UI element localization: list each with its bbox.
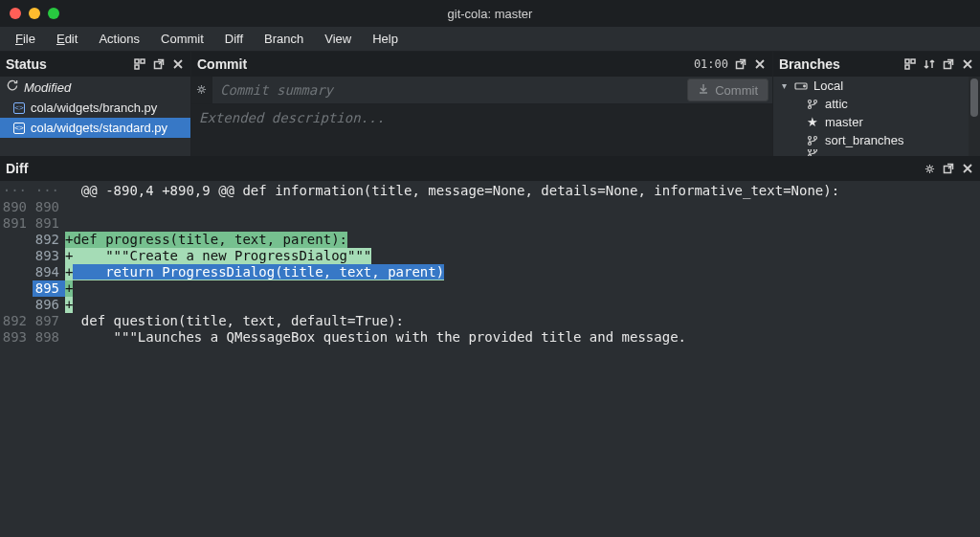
svg-rect-1 (141, 59, 145, 63)
menu-file[interactable]: File (6, 29, 45, 49)
svg-point-5 (200, 87, 204, 91)
branches-tree[interactable]: ▾ Local attic ★ master sort_bra (773, 77, 980, 156)
commit-summary-input[interactable] (212, 77, 683, 103)
branch-name: attic (825, 97, 848, 111)
status-section-label: Modified (24, 80, 71, 95)
refresh-icon (6, 79, 18, 95)
svg-point-14 (814, 100, 817, 102)
diff-title: Diff (6, 161, 919, 176)
status-item[interactable]: <> cola/widgets/standard.py (0, 118, 190, 138)
diff-titlebar[interactable]: Diff (0, 156, 980, 181)
scrollbar-thumb[interactable] (970, 78, 978, 117)
close-icon[interactable] (961, 57, 974, 71)
diff-line[interactable]: 892897 def question(title, text, default… (0, 313, 980, 329)
status-item[interactable]: <> cola/widgets/branch.py (0, 98, 190, 118)
branches-dock: Branches ▾ (773, 52, 980, 156)
maximize-window-button[interactable] (48, 8, 59, 19)
menu-actions[interactable]: Actions (89, 29, 149, 49)
close-window-button[interactable] (10, 8, 21, 19)
close-icon[interactable] (171, 57, 185, 71)
diff-line[interactable]: 892+def progress(title, text, parent): (0, 232, 980, 248)
close-icon[interactable] (961, 162, 974, 175)
diff-hunk-header: ······ @@ -890,4 +890,9 @@ def informati… (0, 183, 980, 199)
commit-menu-button[interactable] (191, 77, 212, 103)
commit-title: Commit (197, 56, 690, 72)
branch-name: sort_branches (825, 133, 903, 147)
menu-view[interactable]: View (315, 29, 361, 49)
commit-titlebar[interactable]: Commit 01:00 (191, 52, 772, 77)
file-icon: <> (13, 123, 25, 134)
branches-titlebar[interactable]: Branches (773, 52, 980, 77)
popout-icon[interactable] (942, 57, 955, 71)
branch-item[interactable]: ★ master (773, 113, 980, 131)
hdd-icon (794, 81, 808, 91)
status-titlebar[interactable]: Status (0, 52, 190, 77)
branches-local-label: Local (813, 78, 843, 93)
status-section-modified[interactable]: Modified (0, 77, 190, 98)
scrollbar[interactable] (969, 77, 980, 156)
svg-point-21 (927, 167, 931, 170)
diff-line[interactable]: 893+ """Create a new ProgressDialog""" (0, 248, 980, 264)
commit-dock: Commit 01:00 (191, 52, 773, 156)
popout-icon[interactable] (734, 57, 747, 71)
branch-name: master (825, 115, 863, 129)
svg-point-17 (814, 136, 817, 139)
svg-point-15 (809, 136, 812, 139)
popout-icon[interactable] (942, 162, 955, 175)
chevron-down-icon[interactable]: ▾ (779, 80, 789, 91)
diff-line[interactable]: 893898 """Launches a QMessageBox questio… (0, 329, 980, 346)
gear-icon (196, 83, 207, 98)
commit-button-label: Commit (715, 83, 758, 98)
branch-icon (806, 149, 819, 156)
minimize-window-button[interactable] (29, 8, 40, 19)
diff-view[interactable]: ······ @@ -890,4 +890,9 @@ def informati… (0, 181, 980, 537)
status-dock: Status Modified <> (0, 52, 191, 156)
svg-point-12 (809, 100, 812, 102)
diff-line[interactable]: 896+ (0, 297, 980, 313)
sort-icon[interactable] (923, 57, 936, 71)
svg-rect-0 (135, 59, 139, 63)
status-item-path: cola/widgets/branch.py (31, 101, 157, 115)
diff-line[interactable]: 890890 (0, 199, 980, 215)
traffic-lights (0, 8, 59, 19)
svg-rect-6 (905, 59, 909, 63)
menu-branch[interactable]: Branch (255, 29, 313, 49)
star-icon: ★ (806, 115, 819, 129)
filter-icon[interactable] (903, 57, 917, 71)
svg-point-20 (814, 149, 817, 152)
menu-diff[interactable]: Diff (215, 29, 253, 49)
commit-button[interactable]: Commit (687, 78, 768, 101)
window-titlebar: git-cola: master (0, 0, 980, 27)
close-icon[interactable] (753, 57, 767, 71)
svg-point-11 (804, 85, 806, 87)
diff-line[interactable]: 891891 (0, 215, 980, 232)
status-title: Status (6, 56, 129, 72)
diff-line[interactable]: 894+ return ProgressDialog(title, text, … (0, 264, 980, 280)
svg-rect-2 (135, 65, 139, 69)
window-title: git-cola: master (0, 7, 980, 21)
branch-item[interactable]: attic (773, 95, 980, 113)
status-list[interactable]: Modified <> cola/widgets/branch.py <> co… (0, 77, 190, 156)
branch-item[interactable] (773, 149, 980, 156)
filter-icon[interactable] (133, 57, 146, 71)
commit-timer: 01:00 (694, 57, 730, 71)
status-item-path: cola/widgets/standard.py (31, 121, 167, 135)
branch-icon (806, 99, 819, 110)
menubar[interactable]: File Edit Actions Commit Diff Branch Vie… (0, 27, 980, 52)
menu-help[interactable]: Help (363, 29, 408, 49)
commit-description-input[interactable] (191, 103, 772, 156)
menu-commit[interactable]: Commit (151, 29, 213, 49)
diff-dock: Diff ······ @@ -890,4 +890,9 @@ def info… (0, 156, 980, 537)
branches-local-group[interactable]: ▾ Local (773, 77, 980, 95)
svg-rect-8 (905, 65, 909, 69)
menu-edit[interactable]: Edit (47, 29, 87, 49)
diff-line[interactable]: 895+ (0, 280, 980, 297)
file-icon: <> (13, 102, 25, 114)
branch-item[interactable]: sort_branches (773, 131, 980, 149)
svg-rect-7 (911, 59, 915, 63)
branches-title: Branches (779, 56, 900, 72)
gear-icon[interactable] (923, 162, 936, 175)
download-icon (698, 83, 709, 98)
svg-point-18 (809, 149, 812, 152)
popout-icon[interactable] (152, 57, 166, 71)
